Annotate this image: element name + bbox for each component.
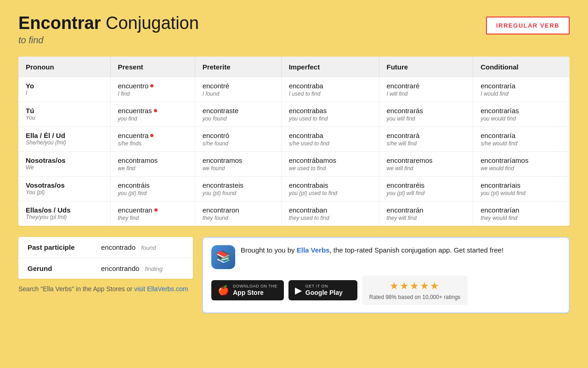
cell-preterite: encontramoswe found (195, 151, 281, 176)
pronoun-main: Yo (26, 82, 103, 90)
table-row: Ella / Él / UdShe/he/you (fml)encuentras… (18, 126, 570, 151)
cell-pronoun: Vosotras/osYou (pl) (18, 176, 110, 201)
promo-text-after: , the top-rated Spanish conjugation app.… (329, 246, 503, 254)
google-play-button[interactable]: ▶ GET IT ON Google Play (288, 280, 357, 300)
cell-pronoun: Nosotras/osWe (18, 151, 110, 176)
stem-change-dot (154, 208, 158, 212)
cell-preterite: encontrasteisyou (pl) found (195, 176, 281, 201)
header-present: Present (110, 57, 195, 77)
cell-pronoun: TúYou (18, 102, 110, 126)
verb-text: encontramos (118, 156, 158, 164)
verb-form-present: encontráis (118, 181, 187, 189)
verb-form-present: encuentran (118, 206, 187, 214)
verb-translation-imperfect: we used to find (289, 165, 372, 172)
verb-text: encuentra (118, 132, 149, 139)
table-row: TúYouencuentrasyou findencontrasteyou fo… (18, 102, 570, 126)
irregular-verb-badge: IRREGULAR VERB (486, 17, 570, 34)
participle-row: Gerund encontrando finding (18, 258, 193, 279)
verb-translation-present: I find (118, 91, 187, 97)
search-text-block: Search "Ella Verbs" in the App Stores or… (18, 285, 193, 293)
verb-translation-future: you will find (387, 115, 466, 122)
app-store-button[interactable]: 🍎 Download on the App Store (211, 280, 284, 300)
header-preterite: Preterite (195, 57, 281, 77)
verb-form-present: encuentras (118, 107, 187, 115)
verb-translation-future: they will find (387, 215, 466, 221)
cell-future: encontrarás/he will find (379, 126, 473, 151)
participle-translation: found (141, 244, 156, 251)
verb-translation-future: we will find (387, 165, 466, 172)
verb-form-conditional: encontrarías (481, 107, 562, 115)
cell-preterite: encontrasteyou found (195, 102, 281, 126)
pronoun-sub: We (26, 164, 103, 171)
promo-icon: 📚 (211, 245, 235, 269)
pronoun-sub: She/he/you (fml) (26, 139, 103, 146)
verb-form-conditional: encontraría (481, 82, 562, 90)
verb-translation-conditional: they would find (481, 215, 562, 221)
app-store-small-text: Download on the (233, 284, 277, 289)
header-conditional: Conditional (473, 57, 570, 77)
left-bottom: Past participle encontrado found Gerund … (18, 237, 193, 293)
stem-change-dot (154, 109, 157, 112)
promo-buttons: 🍎 Download on the App Store ▶ GET IT ON … (211, 276, 560, 305)
verb-form-conditional: encontraríais (481, 181, 562, 189)
table-header-row: Pronoun Present Preterite Imperfect Futu… (18, 57, 570, 77)
cell-pronoun: YoI (18, 77, 110, 102)
cell-present: encontráisyou (pl) find (110, 176, 195, 201)
verb-text: encuentro (118, 82, 149, 90)
verb-translation-conditional: s/he would find (481, 140, 562, 147)
verb-translation-preterite: you (pl) found (203, 190, 274, 196)
verb-form-conditional: encontraríamos (481, 156, 562, 164)
pronoun-sub: You (pl) (26, 189, 103, 196)
cell-imperfect: encontrabaisyou (pl) used to find (281, 176, 379, 201)
verb-translation-conditional: you would find (481, 115, 562, 122)
verb-translation-preterite: s/he found (203, 140, 274, 147)
table-row: Nosotras/osWeencontramoswe findencontram… (18, 151, 570, 176)
verb-form-conditional: encontraría (481, 132, 562, 139)
cell-conditional: encontraríaI would find (473, 77, 570, 102)
promo-card: 📚 Brought to you by Ella Verbs, the top-… (202, 237, 570, 313)
table-row: Vosotras/osYou (pl)encontráisyou (pl) fi… (18, 176, 570, 201)
verb-translation-imperfect: s/he used to find (289, 140, 372, 147)
verb-form-present: encontramos (118, 156, 187, 164)
table-row: Ellas/os / UdsThey/you (pl fml)encuentra… (18, 201, 570, 226)
cell-imperfect: encontrabaI used to find (281, 77, 379, 102)
page-header: Encontrar Conjugation to find IRREGULAR … (18, 14, 570, 46)
cell-future: encontraremoswe will find (379, 151, 473, 176)
cell-conditional: encontraríaisyou (pl) would find (473, 176, 570, 201)
verb-form-imperfect: encontraban (289, 206, 372, 214)
pronoun-sub: They/you (pl fml) (26, 214, 103, 220)
cell-pronoun: Ellas/os / UdsThey/you (pl fml) (18, 201, 110, 226)
cell-conditional: encontrarías/he would find (473, 126, 570, 151)
verb-form-future: encontraréis (387, 181, 466, 189)
verb-form-imperfect: encontrabais (289, 181, 372, 189)
conjugation-table: Pronoun Present Preterite Imperfect Futu… (18, 57, 570, 226)
cell-present: encuentranthey find (110, 201, 195, 226)
verb-form-present: encuentra (118, 132, 187, 139)
star-rating: ★★★★★ (390, 280, 440, 292)
verb-form-future: encontraremos (387, 156, 466, 164)
verb-text: encontráis (118, 181, 150, 189)
verb-translation-present: they find (118, 215, 187, 221)
verb-form-conditional: encontrarían (481, 206, 562, 214)
verb-form-imperfect: encontrabas (289, 107, 372, 115)
verb-translation-future: s/he will find (387, 140, 466, 147)
header-imperfect: Imperfect (281, 57, 379, 77)
ella-verbs-link[interactable]: visit EllaVerbs.com (134, 285, 188, 293)
table-row: YoIencuentroI findencontréI foundencontr… (18, 77, 570, 102)
participle-table: Past participle encontrado found Gerund … (18, 237, 193, 279)
google-play-small-text: GET IT ON (305, 284, 343, 289)
header-pronoun: Pronoun (18, 57, 110, 77)
verb-translation-imperfect: you (pl) used to find (289, 190, 372, 196)
verb-translation-conditional: you (pl) would find (481, 190, 562, 196)
verb-form-present: encuentro (118, 82, 187, 90)
verb-translation-conditional: I would find (481, 91, 562, 97)
participle-translation: finding (145, 265, 163, 272)
rating-text: Rated 98% based on 10,000+ ratings (369, 294, 460, 300)
google-play-big-text: Google Play (305, 289, 343, 297)
verb-translation-future: I will find (387, 91, 466, 97)
pronoun-main: Ella / Él / Ud (26, 132, 103, 139)
ella-verbs-promo-link[interactable]: Ella Verbs (297, 246, 330, 254)
cell-imperfect: encontrabas/he used to find (281, 126, 379, 151)
verb-translation-preterite: we found (203, 165, 274, 172)
verb-translation-conditional: we would find (481, 165, 562, 172)
